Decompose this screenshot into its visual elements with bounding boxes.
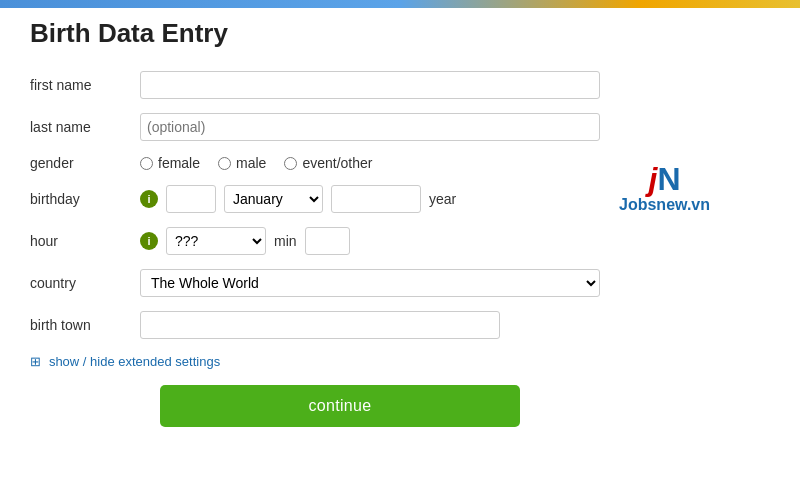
birthday-label: birthday: [30, 191, 140, 207]
continue-button-wrapper: continue: [30, 385, 650, 427]
last-name-row: last name: [30, 113, 650, 141]
main-container: Birth Data Entry first name last name ge…: [0, 0, 680, 437]
gender-radio-group: female male event/other: [140, 155, 372, 171]
country-label: country: [30, 275, 140, 291]
gender-male-option[interactable]: male: [218, 155, 266, 171]
year-label: year: [429, 191, 456, 207]
hour-group: i ??? 0:00 1:00 2:00 3:00 4:00 5:00 6:00…: [140, 227, 350, 255]
hour-select[interactable]: ??? 0:00 1:00 2:00 3:00 4:00 5:00 6:00 7…: [166, 227, 266, 255]
birthday-month-select[interactable]: January February March April May June Ju…: [224, 185, 323, 213]
birth-town-label: birth town: [30, 317, 140, 333]
country-row: country The Whole World Afghanistan Alba…: [30, 269, 650, 297]
birthday-year-input[interactable]: [331, 185, 421, 213]
gender-male-label: male: [236, 155, 266, 171]
birth-town-input[interactable]: [140, 311, 500, 339]
plus-icon: ⊞: [30, 354, 41, 369]
gender-label: gender: [30, 155, 140, 171]
logo-icon: jN: [649, 160, 681, 196]
birthday-info-icon[interactable]: i: [140, 190, 158, 208]
top-bar: [0, 0, 800, 8]
gender-male-radio[interactable]: [218, 157, 231, 170]
hour-label: hour: [30, 233, 140, 249]
gender-event-radio[interactable]: [284, 157, 297, 170]
page-title: Birth Data Entry: [30, 18, 650, 49]
birthday-day-input[interactable]: [166, 185, 216, 213]
gender-row: gender female male event/other: [30, 155, 650, 171]
logo-watermark: jN Jobsnew.vn: [619, 160, 710, 214]
min-input[interactable]: [305, 227, 350, 255]
gender-female-radio[interactable]: [140, 157, 153, 170]
birthday-group: i January February March April May June …: [140, 185, 456, 213]
gender-event-option[interactable]: event/other: [284, 155, 372, 171]
first-name-row: first name: [30, 71, 650, 99]
country-select[interactable]: The Whole World Afghanistan Albania Alge…: [140, 269, 600, 297]
gender-female-option[interactable]: female: [140, 155, 200, 171]
birthday-row: birthday i January February March April …: [30, 185, 650, 213]
extended-settings: ⊞ show / hide extended settings: [30, 353, 650, 369]
gender-female-label: female: [158, 155, 200, 171]
extended-settings-link[interactable]: show / hide extended settings: [49, 354, 220, 369]
first-name-input[interactable]: [140, 71, 600, 99]
gender-event-label: event/other: [302, 155, 372, 171]
birth-town-row: birth town: [30, 311, 650, 339]
continue-button[interactable]: continue: [160, 385, 520, 427]
min-label: min: [274, 233, 297, 249]
last-name-input[interactable]: [140, 113, 600, 141]
hour-row: hour i ??? 0:00 1:00 2:00 3:00 4:00 5:00…: [30, 227, 650, 255]
last-name-label: last name: [30, 119, 140, 135]
logo-text: Jobsnew.vn: [619, 196, 710, 214]
hour-info-icon[interactable]: i: [140, 232, 158, 250]
first-name-label: first name: [30, 77, 140, 93]
